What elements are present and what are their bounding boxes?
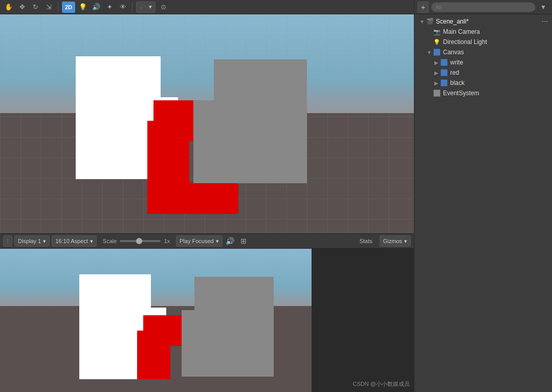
2d-toggle[interactable]: 2D [62,2,75,13]
expand-arrow-light: ▶ [426,39,433,45]
game-toolbar-right: Stats Gizmos ▾ [356,235,411,247]
hierarchy-item-directional-light[interactable]: ▶ 💡 Directional Light [414,37,552,47]
red-block-4 [147,162,189,182]
eventsystem-item-icon [433,89,441,97]
toolbar-sep-1 [58,3,58,12]
scene-view [0,14,414,233]
black-label: black [450,79,465,86]
add-button[interactable]: + [417,2,429,13]
light-item-icon: 💡 [433,38,441,46]
play-mode-arrow: ▾ [216,238,219,245]
gizmos-label: Gizmos [383,238,402,244]
hierarchy-item-eventsystem[interactable]: ▶ EventSystem [414,88,552,98]
hierarchy-item-red[interactable]: ▶ red [414,68,552,78]
canvas-item-icon [433,48,441,56]
hierarchy-item-black[interactable]: ▶ black [414,78,552,88]
write-item-icon [440,58,448,67]
gv-gray-3 [182,343,274,377]
gizmo-icon[interactable]: ⊙ [158,2,169,13]
expand-arrow-scene: ▼ [418,19,426,25]
rotate-tool-icon[interactable]: ↻ [30,2,41,13]
expand-arrow-black: ▶ [433,80,440,86]
scene-icon: 🎬 [426,17,434,26]
gizmos-dropdown[interactable]: Gizmos ▾ [380,235,411,247]
effect-toggle-icon[interactable]: ✦ [104,2,115,13]
watermark: CSDN @小小数媒成员 [353,380,410,388]
white-block-1 [76,56,161,97]
hand-tool-icon[interactable]: ✋ [3,2,14,13]
camera-dropdown-arrow: ▾ [149,4,152,10]
scene-toolbar: ✋ ✥ ↻ ⇲ 2D 💡 🔊 ✦ 👁 🎥 ▾ ⊙ [0,0,414,14]
hierarchy-item-canvas[interactable]: ▼ Canvas [414,47,552,57]
hierarchy-search[interactable] [431,2,536,12]
toolbar-sep-2 [132,3,133,12]
light-toggle-icon[interactable]: 💡 [77,2,89,13]
camera-label: Main Camera [443,28,480,35]
black-item-icon [440,79,448,87]
write-label: write [450,59,463,66]
hierarchy-item-main-camera[interactable]: ▶ 📷 Main Camera [414,27,552,37]
game-view: CSDN @小小数媒成员 [0,249,414,392]
gv-red-4 [137,364,170,379]
main-layout: ✋ ✥ ↻ ⇲ 2D 💡 🔊 ✦ 👁 🎥 ▾ ⊙ [0,0,552,392]
light-label: Directional Light [443,38,487,46]
audio-toggle-icon[interactable]: 🔊 [91,2,102,13]
move-tool-icon[interactable]: ✥ [16,2,28,13]
gv-red-1 [143,315,187,331]
gv-white-1 [79,274,151,308]
game-dark-area [312,249,414,392]
hierarchy-item-write[interactable]: ▶ write [414,57,552,68]
camera-icon: 🎥 [140,4,147,10]
game-toolbar: ⋮ Display 1 ▾ 16:10 Aspect ▾ Scale 1x Pl… [0,233,414,249]
scale-tool-icon[interactable]: ⇲ [43,2,54,13]
expand-arrow-eventsystem: ▶ [426,91,433,96]
scale-control: Scale 1x [103,238,170,244]
aspect-dropdown[interactable]: 16:10 Aspect ▾ [52,235,97,247]
red-label: red [450,69,459,76]
scale-thumb[interactable] [136,238,142,244]
gray-block-3 [193,142,307,183]
expand-arrow-write: ▶ [433,60,440,66]
camera-item-icon: 📷 [433,28,441,36]
red-block-3 [147,141,189,162]
gray-block-2 [193,100,307,142]
eventsystem-label: EventSystem [443,90,479,97]
hidden-toggle-icon[interactable]: 👁 [117,2,128,13]
expand-arrow-red: ▶ [433,70,440,76]
red-item-icon [440,69,448,77]
expand-arrow-camera: ▶ [426,29,433,35]
grid-icon[interactable]: ⊞ [238,235,249,247]
canvas-label: Canvas [443,49,464,56]
stats-button[interactable]: Stats [356,235,377,247]
scale-slider[interactable] [120,240,161,242]
game-more-options[interactable]: ⋮ [3,235,12,247]
gizmos-arrow: ▾ [404,238,407,245]
hierarchy-content: ▼ 🎬 Scene_anli* ⋯ ▶ 📷 Main Camera ▶ 💡 Di… [414,14,552,290]
aspect-label: 16:10 Aspect [55,238,88,244]
gv-red-2 [137,331,188,346]
display-arrow: ▾ [43,238,46,245]
gv-red-3 [137,346,170,364]
gv-gray-2 [182,310,274,343]
hierarchy-toolbar: + ▼ [414,0,552,14]
scene-label: Scene_anli* [436,18,469,25]
camera-dropdown[interactable]: 🎥 ▾ [136,2,156,13]
expand-arrow-canvas: ▼ [426,50,433,55]
search-filter[interactable]: ▼ [538,2,549,13]
left-panel: ✋ ✥ ↻ ⇲ 2D 💡 🔊 ✦ 👁 🎥 ▾ ⊙ [0,0,414,392]
mute-icon[interactable]: 🔊 [225,235,236,247]
play-mode-label: Play Focused [180,238,214,244]
display-dropdown[interactable]: Display 1 ▾ [14,235,50,247]
scale-text: Scale [103,238,117,244]
red-block-5 [147,182,238,214]
right-panel: + ▼ ▼ 🎬 Scene_anli* ⋯ ▶ 📷 Main Camera [414,0,552,392]
scene-options[interactable]: ⋯ [542,18,548,25]
display-label: Display 1 [18,238,41,244]
hierarchy-bottom [414,290,552,392]
scale-value: 1x [164,238,170,244]
hierarchy-item-scene-root[interactable]: ▼ 🎬 Scene_anli* ⋯ [414,16,552,27]
gray-block-1 [214,59,307,100]
gv-gray-1 [194,277,274,310]
play-mode-dropdown[interactable]: Play Focused ▾ [176,235,223,247]
aspect-arrow: ▾ [90,238,93,245]
